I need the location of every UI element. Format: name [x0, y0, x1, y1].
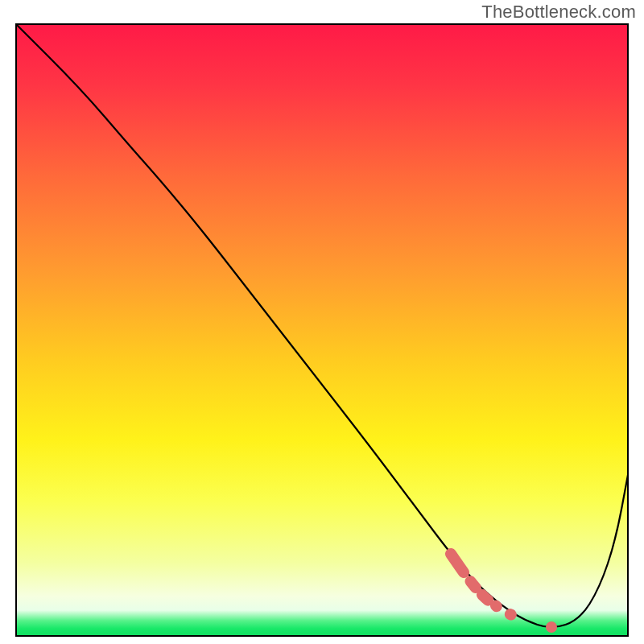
watermark-text: TheBottleneck.com — [481, 2, 636, 23]
chart-svg — [0, 0, 644, 644]
highlight-dot — [546, 621, 557, 633]
plot-area — [16, 24, 628, 636]
chart-container: TheBottleneck.com — [0, 0, 644, 644]
